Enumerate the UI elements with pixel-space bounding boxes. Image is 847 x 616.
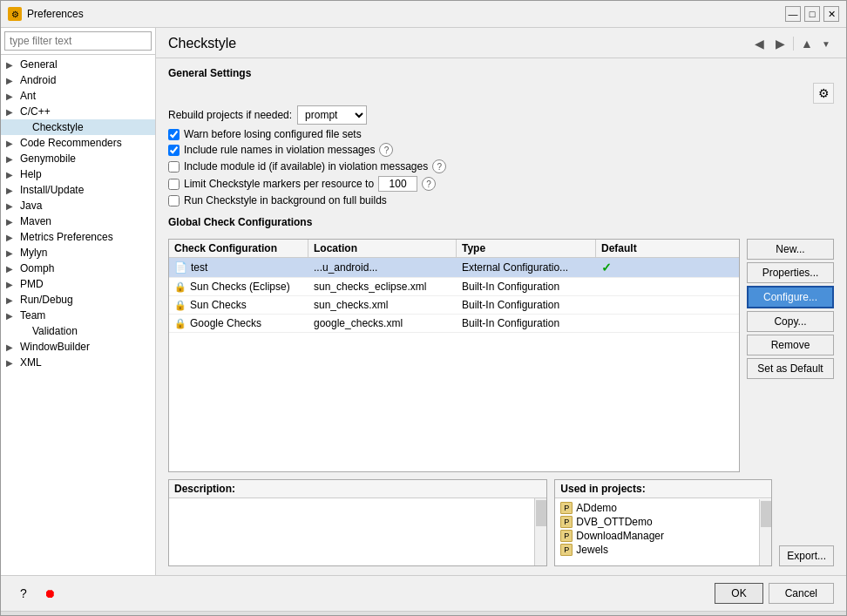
expand-arrow: ▶ xyxy=(6,154,17,164)
sidebar-item-ant[interactable]: ▶ Ant xyxy=(1,88,155,104)
new-button[interactable]: New... xyxy=(747,239,834,260)
expand-arrow: ▶ xyxy=(6,91,17,101)
sidebar-item-android[interactable]: ▶ Android xyxy=(1,72,155,88)
copy-button[interactable]: Copy... xyxy=(747,311,834,332)
footer-left: ? ⏺ xyxy=(13,583,60,604)
sidebar-item-metrics[interactable]: ▶ Metrics Preferences xyxy=(1,229,155,245)
warn-before-row: Warn before losing configured file sets xyxy=(168,128,834,140)
table-row[interactable]: 📄 test ...u_android... External Configur… xyxy=(169,258,739,278)
sidebar-item-pmd[interactable]: ▶ PMD xyxy=(1,276,155,292)
record-button[interactable]: ⏺ xyxy=(39,583,60,604)
tree-area: ▶ General ▶ Android ▶ Ant ▶ C/C++ Ch xyxy=(1,55,155,575)
nav-up-button[interactable]: ▲ xyxy=(797,35,817,52)
sidebar-item-oomph[interactable]: ▶ Oomph xyxy=(1,261,155,276)
project-item[interactable]: P DownloadManager xyxy=(560,530,766,542)
set-as-default-button[interactable]: Set as Default xyxy=(747,358,834,379)
close-button[interactable]: ✕ xyxy=(823,6,839,22)
sidebar-label: Metrics Preferences xyxy=(20,231,113,243)
minimize-button[interactable]: — xyxy=(785,6,801,22)
expand-arrow: ▶ xyxy=(6,358,17,368)
row-default xyxy=(596,321,739,326)
help-button[interactable]: ? xyxy=(13,583,34,604)
used-in-scroll-thumb xyxy=(761,501,771,527)
used-in-label: Used in projects: xyxy=(555,480,771,498)
ok-button[interactable]: OK xyxy=(715,583,762,604)
configure-button[interactable]: Configure... xyxy=(747,286,834,308)
table-row[interactable]: 🔒 Google Checks google_checks.xml Built-… xyxy=(169,315,739,333)
file-icon: 📄 xyxy=(174,261,187,274)
app-icon: ⚙ xyxy=(8,7,22,21)
bottom-section: Description: Used in projects: P xyxy=(168,479,834,566)
project-item[interactable]: P ADdemo xyxy=(560,502,766,514)
page-content: General Settings ⚙ Rebuild projects if n… xyxy=(156,58,846,575)
table-row[interactable]: 🔒 Sun Checks (Eclipse) sun_checks_eclips… xyxy=(169,278,739,296)
filter-input[interactable] xyxy=(4,31,152,51)
sidebar-label: Team xyxy=(20,309,45,322)
sidebar-item-help[interactable]: ▶ Help xyxy=(1,166,155,182)
sidebar-item-install-update[interactable]: ▶ Install/Update xyxy=(1,182,155,198)
description-scrollbar[interactable] xyxy=(534,498,546,565)
settings-icon-container: ⚙ xyxy=(168,83,834,104)
row-location: google_checks.xml xyxy=(308,315,457,332)
row-name: Sun Checks xyxy=(190,299,247,311)
project-name: DownloadManager xyxy=(576,530,664,542)
remove-button[interactable]: Remove xyxy=(747,335,834,355)
sidebar-label: WindowBuilder xyxy=(20,341,90,353)
limit-markers-checkbox[interactable] xyxy=(168,179,180,190)
sidebar-item-validation[interactable]: Validation xyxy=(1,323,155,339)
filter-box xyxy=(1,28,155,55)
help-icon-limit[interactable]: ? xyxy=(422,177,436,191)
table-row[interactable]: 🔒 Sun Checks sun_checks.xml Built-In Con… xyxy=(169,296,739,315)
used-in-box: Used in projects: P ADdemo P DVB_OTTDemo xyxy=(554,479,772,566)
sidebar-item-team[interactable]: ▶ Team xyxy=(1,308,155,323)
sidebar-item-cpp[interactable]: ▶ C/C++ xyxy=(1,104,155,119)
export-button[interactable]: Export... xyxy=(779,545,834,566)
help-icon-module-id[interactable]: ? xyxy=(432,159,446,173)
cancel-button[interactable]: Cancel xyxy=(769,583,834,604)
warn-before-checkbox[interactable] xyxy=(168,129,180,140)
sidebar-item-mylyn[interactable]: ▶ Mylyn xyxy=(1,245,155,261)
maximize-button[interactable]: □ xyxy=(804,6,820,22)
expand-arrow: ▶ xyxy=(6,295,17,305)
project-item[interactable]: P DVB_OTTDemo xyxy=(560,516,766,528)
sidebar-item-checkstyle[interactable]: Checkstyle xyxy=(1,119,155,135)
project-icon: P xyxy=(560,530,573,542)
lock-icon: 🔒 xyxy=(174,300,186,311)
limit-markers-input[interactable] xyxy=(378,176,417,192)
global-check-section: Check Configuration Location Type Defaul… xyxy=(168,239,834,472)
sidebar-item-maven[interactable]: ▶ Maven xyxy=(1,213,155,229)
help-icon-rule-names[interactable]: ? xyxy=(379,143,393,157)
used-in-scrollbar[interactable] xyxy=(759,499,771,565)
action-buttons: New... Properties... Configure... Copy..… xyxy=(747,239,834,472)
sidebar-label: Maven xyxy=(20,215,51,227)
title-bar: ⚙ Preferences — □ ✕ xyxy=(1,1,846,28)
properties-button[interactable]: Properties... xyxy=(747,262,834,283)
sidebar-item-windowbuilder[interactable]: ▶ WindowBuilder xyxy=(1,339,155,355)
sidebar-label: Install/Update xyxy=(20,184,84,196)
project-item[interactable]: P Jewels xyxy=(560,544,766,556)
row-name: Google Checks xyxy=(190,317,261,329)
run-background-label: Run Checkstyle in background on full bui… xyxy=(184,194,387,206)
nav-dropdown-button[interactable]: ▼ xyxy=(818,35,834,52)
sidebar-item-java[interactable]: ▶ Java xyxy=(1,198,155,213)
sidebar-item-genymobile[interactable]: ▶ Genymobile xyxy=(1,151,155,166)
project-icon: P xyxy=(560,502,573,514)
sidebar-label: Run/Debug xyxy=(20,294,73,306)
include-module-id-checkbox[interactable] xyxy=(168,161,180,173)
page-header: Checkstyle ◀ ▶ ▲ ▼ xyxy=(156,28,846,58)
sidebar-item-xml[interactable]: ▶ XML xyxy=(1,355,155,370)
sidebar-item-general[interactable]: ▶ General xyxy=(1,57,155,72)
sidebar-label: General xyxy=(20,58,58,71)
include-rule-names-checkbox[interactable] xyxy=(168,145,180,156)
nav-forward-button[interactable]: ▶ xyxy=(770,35,789,52)
sidebar-label: Help xyxy=(20,168,42,180)
nav-back-button[interactable]: ◀ xyxy=(749,35,769,52)
run-background-checkbox[interactable] xyxy=(168,195,180,206)
rebuild-select[interactable]: prompt always never xyxy=(297,105,367,125)
settings-gear-icon[interactable]: ⚙ xyxy=(813,83,834,104)
sidebar-item-code-recommenders[interactable]: ▶ Code Recommenders xyxy=(1,135,155,151)
row-location: sun_checks_eclipse.xml xyxy=(308,278,457,295)
sidebar-item-rundebug[interactable]: ▶ Run/Debug xyxy=(1,292,155,308)
sidebar-label: Java xyxy=(20,200,42,212)
sidebar-label: Validation xyxy=(32,325,78,337)
